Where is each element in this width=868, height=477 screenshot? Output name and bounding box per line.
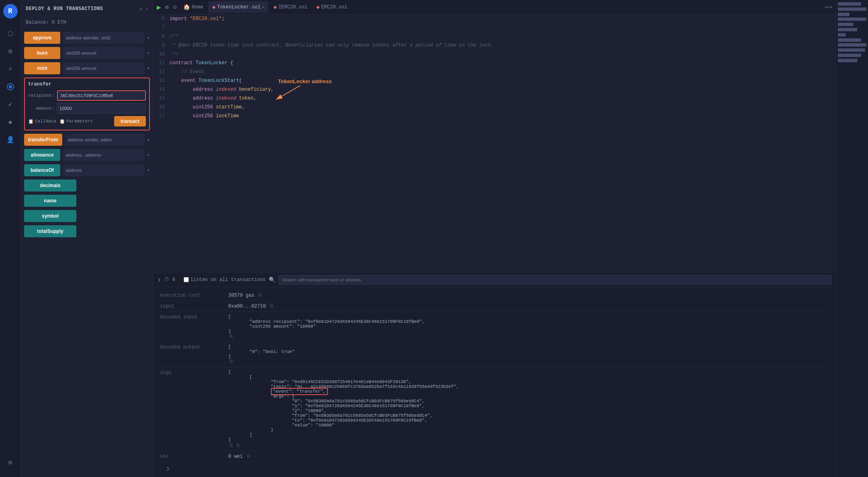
calldata-link[interactable]: 📋 Calldata	[28, 119, 56, 124]
fn-row-burn: burn ▾	[24, 47, 150, 59]
tab-ierc20[interactable]: ◆ IERC20.sol	[269, 1, 311, 13]
tx-count: 0	[172, 277, 180, 283]
balance-row: Balance: 0 ETH	[21, 16, 153, 29]
val-value: 0 wei ⎘	[228, 454, 829, 459]
deploy-header: Deploy & Run Transactions ✓ ›	[21, 0, 153, 16]
nav-file-icon[interactable]: ⊞	[3, 44, 18, 59]
recipient-input[interactable]	[57, 90, 146, 101]
allowance-params[interactable]	[63, 149, 145, 161]
transfer-actions: 📋 Calldata 📋 Parameters transact	[28, 116, 146, 126]
fn-row-approve: approve ▾	[24, 32, 150, 44]
balanceof-chevron[interactable]: ▾	[147, 167, 150, 173]
transfer-section: transfer recipient: amount: 📋 Calldata 📋…	[24, 77, 150, 130]
tx-footer-chevron[interactable]: ❯	[166, 465, 170, 472]
tab-erc20[interactable]: ◆ ERC20.sol	[312, 1, 351, 13]
logs-copy-icon-2[interactable]: ⎘	[237, 443, 240, 448]
logs-value: [ [ "from": "0xd9145CCE52D386f254917e481…	[228, 370, 829, 448]
balanceof-params[interactable]	[63, 164, 145, 176]
tokenlocker-icon: ◆	[212, 4, 215, 10]
parameters-link[interactable]: 📋 Parameters	[59, 119, 93, 124]
code-line-7: 7	[154, 23, 836, 32]
input-label: input	[160, 304, 220, 309]
expand-icon[interactable]: ⟺	[825, 4, 833, 10]
symbol-button[interactable]: symbol	[24, 210, 76, 222]
name-button[interactable]: name	[24, 195, 76, 207]
val-copy-icon[interactable]: ⎘	[247, 454, 250, 459]
search-icon[interactable]: 🔍	[269, 277, 275, 283]
code-line-16: 16 uint256 startTime,	[154, 103, 836, 112]
nav-verify-icon[interactable]: ✓	[3, 97, 18, 112]
tab-home-label: Home	[192, 4, 203, 10]
decoded-output-copy-icon[interactable]: ⎘	[230, 359, 233, 365]
fn-row-name: name	[24, 195, 150, 207]
tab-home[interactable]: 🏠 Home	[179, 1, 207, 13]
val-label: val	[160, 454, 220, 459]
function-list: approve ▾ burn ▾ mint ▾ transfer	[21, 29, 153, 244]
code-view[interactable]: 6 import "ERC20.sol"; 7 8 /** 9 * @dev E…	[154, 14, 836, 272]
check-icon[interactable]: ✓	[139, 6, 143, 12]
tx-chevron-icon[interactable]: ❯	[158, 277, 161, 283]
tab-bar: ▶ ⊕ ⊖ 🏠 Home ◆ TokenLocker.sol ✕ ◆ IERC2…	[154, 0, 836, 14]
tx-search-input[interactable]	[278, 275, 832, 285]
logs-copy-icon-1[interactable]: ⎘	[230, 443, 233, 448]
approve-chevron[interactable]: ▾	[147, 35, 150, 41]
totalsupply-button[interactable]: totalSupply	[24, 225, 76, 237]
code-line-9: 9 * @dev ERC20 token time lock contract.…	[154, 41, 836, 50]
run-button[interactable]: ▶	[157, 3, 161, 12]
app-logo: R	[3, 4, 18, 18]
tab-erc20-label: ERC20.sol	[321, 4, 347, 10]
amount-input[interactable]	[57, 103, 146, 114]
approve-params[interactable]	[63, 32, 145, 44]
allowance-chevron[interactable]: ▾	[147, 152, 150, 158]
code-line-6: 6 import "ERC20.sol";	[154, 14, 836, 23]
nav-deploy-icon[interactable]	[3, 80, 18, 94]
nav-debug-icon[interactable]: ◆	[3, 115, 18, 129]
tx-panel[interactable]: ❯ ⏱ 0 listen on all transactions 🔍 execu…	[154, 272, 836, 477]
mint-button[interactable]: mint	[24, 62, 60, 74]
decoded-input-copy-icon[interactable]: ⎘	[230, 334, 233, 339]
deploy-header-icons: ✓ ›	[139, 6, 148, 12]
tokenlocker-close-icon[interactable]: ✕	[262, 5, 264, 10]
icon-sidebar: R ⬡ ⊞ ⌕ ✓ ◆ 👤 ⚙	[0, 0, 21, 477]
nav-search-icon[interactable]: ⌕	[3, 62, 18, 76]
execution-cost-value: 30579 gas ⎘	[228, 293, 829, 298]
editor-area: 6 import "ERC20.sol"; 7 8 /** 9 * @dev E…	[154, 14, 836, 477]
execution-cost-copy-icon[interactable]: ⎘	[259, 293, 262, 298]
decoded-input-label: decoded input	[160, 314, 220, 320]
listen-checkbox[interactable]	[184, 277, 189, 282]
tx-content: execution cost 30579 gas ⎘ input 0xa90..…	[154, 287, 836, 477]
mint-params[interactable]	[63, 62, 145, 74]
svg-point-1	[9, 85, 12, 88]
allowance-button[interactable]: allowance	[24, 149, 60, 161]
nav-settings-icon[interactable]: ⚙	[3, 455, 18, 470]
nav-plugin-icon[interactable]: ⬡	[3, 26, 18, 41]
code-line-13: 13 event TokenLockStart(	[154, 76, 836, 85]
zoom-out-button[interactable]: ⊖	[171, 2, 178, 12]
burn-params[interactable]	[63, 47, 145, 59]
nav-user-icon[interactable]: 👤	[3, 132, 18, 147]
zoom-in-button[interactable]: ⊕	[164, 2, 171, 12]
tx-val-row: val 0 wei ⎘	[160, 451, 829, 462]
right-panel-minimap: ████████████ ████████████████ ██████ ███…	[836, 0, 868, 477]
fn-row-mint: mint ▾	[24, 62, 150, 74]
transferfrom-button[interactable]: transferFrom	[24, 134, 62, 146]
listen-label: listen on all transactions	[190, 277, 266, 283]
tx-timer-icon: ⏱	[164, 277, 169, 283]
transfer-title: transfer	[28, 82, 146, 87]
transferfrom-params[interactable]	[65, 134, 145, 146]
burn-chevron[interactable]: ▾	[147, 50, 150, 56]
decimals-button[interactable]: decimals	[24, 179, 76, 192]
fn-row-allowance: allowance ▾	[24, 149, 150, 161]
transferfrom-chevron[interactable]: ▾	[147, 137, 150, 143]
chevron-right-icon[interactable]: ›	[145, 6, 148, 12]
transact-button[interactable]: transact	[114, 116, 146, 126]
burn-button[interactable]: burn	[24, 47, 60, 59]
mint-chevron[interactable]: ▾	[147, 65, 150, 71]
balanceof-button[interactable]: balanceOf	[24, 164, 60, 176]
tab-tokenlocker[interactable]: ◆ TokenLocker.sol ✕	[208, 1, 269, 13]
approve-button[interactable]: approve	[24, 32, 60, 44]
input-value: 0xa90...02710 ⎘	[228, 304, 829, 309]
code-line-10: 10 */	[154, 50, 836, 59]
input-copy-icon[interactable]: ⎘	[270, 304, 273, 309]
tab-ierc20-label: IERC20.sol	[278, 4, 307, 10]
